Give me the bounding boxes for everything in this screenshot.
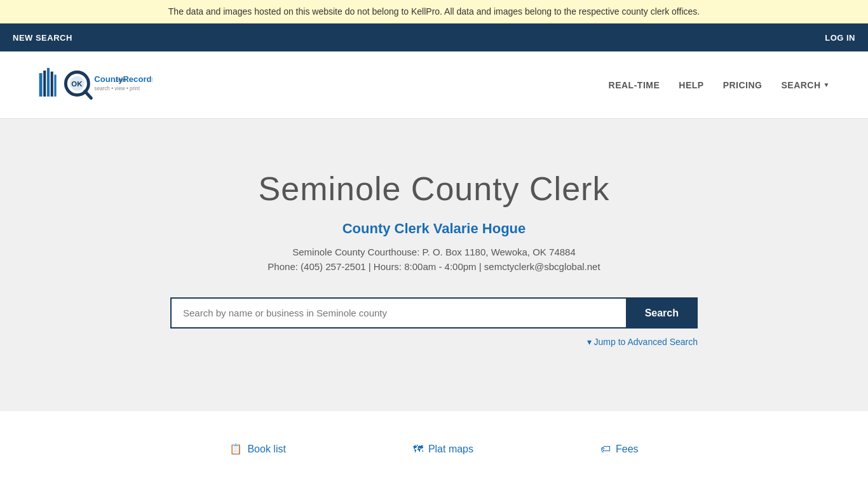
book-icon: 📋 bbox=[229, 443, 242, 455]
book-list-link[interactable]: 📋 Book list bbox=[229, 443, 285, 455]
svg-rect-2 bbox=[47, 68, 50, 97]
svg-rect-1 bbox=[43, 71, 46, 97]
fees-label: Fees bbox=[616, 444, 639, 455]
book-list-label: Book list bbox=[247, 444, 285, 455]
search-nav-dropdown[interactable]: SEARCH ▼ bbox=[781, 80, 830, 90]
chevron-down-icon: ▼ bbox=[824, 81, 830, 88]
realtime-nav-link[interactable]: REAL-TIME bbox=[609, 80, 660, 90]
fees-link[interactable]: 🏷 Fees bbox=[600, 444, 639, 455]
page-title: Seminole County Clerk bbox=[13, 170, 855, 208]
main-nav: REAL-TIME HELP PRICING SEARCH ▼ bbox=[609, 80, 830, 90]
login-link[interactable]: LOG IN bbox=[825, 33, 855, 43]
pricing-nav-link[interactable]: PRICING bbox=[723, 80, 763, 90]
site-header: OK CountyRecords .com search • view • pr… bbox=[0, 51, 868, 119]
logo-area: OK CountyRecords .com search • view • pr… bbox=[38, 61, 153, 109]
svg-rect-4 bbox=[54, 75, 56, 97]
svg-text:OK: OK bbox=[71, 80, 83, 88]
hero-section: Seminole County Clerk County Clerk Valar… bbox=[0, 119, 868, 411]
new-search-link[interactable]: NEW SEARCH bbox=[13, 33, 72, 43]
search-input[interactable] bbox=[170, 297, 626, 329]
plat-maps-link[interactable]: 🗺 Plat maps bbox=[413, 444, 473, 455]
address-text: Seminole County Courthouse: P. O. Box 11… bbox=[13, 247, 855, 257]
svg-line-7 bbox=[85, 92, 92, 98]
footer-links-section: 📋 Book list 🗺 Plat maps 🏷 Fees bbox=[0, 411, 868, 487]
fees-icon: 🏷 bbox=[600, 444, 611, 455]
contact-text: Phone: (405) 257-2501 | Hours: 8:00am - … bbox=[13, 261, 855, 272]
plat-maps-label: Plat maps bbox=[428, 444, 473, 455]
site-logo: OK CountyRecords .com search • view • pr… bbox=[38, 61, 153, 109]
notice-banner: The data and images hosted on this websi… bbox=[0, 0, 868, 24]
plat-icon: 🗺 bbox=[413, 444, 423, 455]
advanced-search-link[interactable]: ▾ Jump to Advanced Search bbox=[587, 337, 698, 347]
svg-text:search • view • print: search • view • print bbox=[94, 86, 140, 92]
clerk-name: County Clerk Valarie Hogue bbox=[13, 220, 855, 237]
top-nav: NEW SEARCH LOG IN bbox=[0, 24, 868, 51]
svg-rect-0 bbox=[39, 73, 43, 97]
banner-text: The data and images hosted on this websi… bbox=[168, 6, 700, 17]
advanced-search-container: ▾ Jump to Advanced Search bbox=[170, 336, 698, 348]
help-nav-link[interactable]: HELP bbox=[679, 80, 703, 90]
svg-rect-3 bbox=[51, 72, 53, 97]
search-button[interactable]: Search bbox=[626, 297, 698, 329]
svg-text:.com: .com bbox=[114, 78, 126, 83]
search-form: Search bbox=[170, 297, 698, 329]
